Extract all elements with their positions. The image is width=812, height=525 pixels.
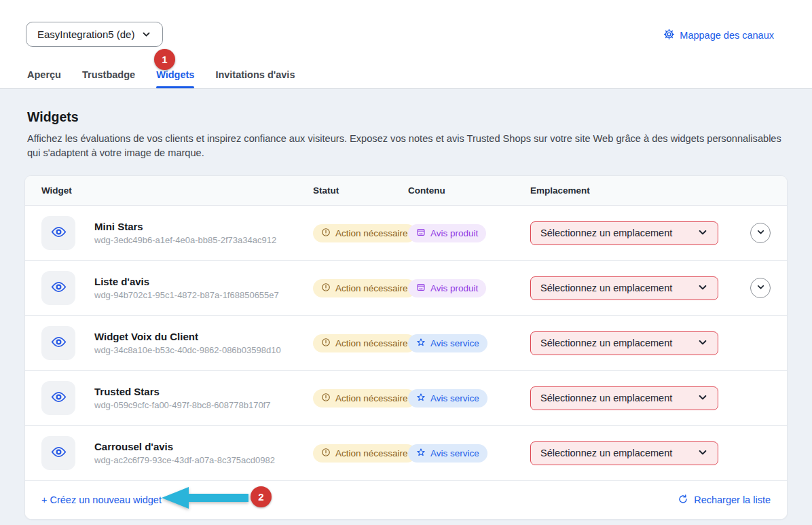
column-header-emplacement: Emplacement bbox=[530, 185, 728, 196]
alert-circle-icon bbox=[321, 448, 331, 459]
content-label: Avis service bbox=[430, 338, 479, 348]
placement-select[interactable]: Sélectionnez un emplacement bbox=[530, 386, 718, 410]
widget-name: Mini Stars bbox=[94, 221, 276, 232]
content-badge: Avis service bbox=[408, 444, 487, 463]
placement-value: Sélectionnez un emplacement bbox=[540, 448, 672, 458]
status-label: Action nécessaire bbox=[335, 393, 408, 403]
eye-icon bbox=[51, 444, 67, 463]
widget-preview-button[interactable] bbox=[41, 271, 75, 305]
status-label: Action nécessaire bbox=[335, 338, 408, 348]
table-body: Mini Stars wdg-3edc49b6-a1ef-4e0a-bb85-2… bbox=[25, 206, 787, 481]
expand-row-button[interactable] bbox=[750, 223, 771, 243]
widget-id: wdg-94b702c1-95c1-4872-b87a-1f68850655e7 bbox=[94, 290, 279, 300]
placement-value: Sélectionnez un emplacement bbox=[540, 338, 672, 348]
widget-id: wdg-34c8a10e-b53c-40dc-9862-086b03598d10 bbox=[94, 345, 281, 355]
widget-preview-button[interactable] bbox=[41, 436, 75, 470]
content-badge: Avis produit bbox=[408, 279, 486, 297]
widget-name: Widget Voix du Client bbox=[94, 331, 281, 342]
eye-icon bbox=[51, 279, 67, 297]
shop-selector-dropdown[interactable]: EasyIntegration5 (de) bbox=[26, 22, 163, 47]
tab-apercu[interactable]: Aperçu bbox=[27, 69, 61, 88]
chevron-down-icon bbox=[141, 29, 151, 39]
reload-list-label: Recharger la liste bbox=[694, 494, 771, 505]
widget-name: Liste d'avis bbox=[94, 276, 279, 287]
widget-name: Trusted Stars bbox=[94, 386, 270, 397]
widgets-table-card: Widget Statut Contenu Emplacement Mini S… bbox=[24, 175, 788, 520]
arrow-left-icon bbox=[160, 486, 250, 510]
widget-id: wdg-059c9cfc-fa00-497f-8bc8-608778b170f7 bbox=[94, 400, 270, 410]
main-content: Widgets Affichez les évaluations de vos … bbox=[0, 89, 812, 525]
placement-select[interactable]: Sélectionnez un emplacement bbox=[530, 441, 718, 465]
chevron-down-icon bbox=[697, 392, 708, 405]
chevron-down-icon bbox=[697, 282, 708, 295]
placement-select[interactable]: Sélectionnez un emplacement bbox=[530, 276, 718, 300]
placement-select[interactable]: Sélectionnez un emplacement bbox=[530, 331, 718, 355]
table-row: Mini Stars wdg-3edc49b6-a1ef-4e0a-bb85-2… bbox=[25, 206, 787, 261]
channel-mapping-link[interactable]: Mappage des canaux bbox=[663, 29, 774, 42]
table-row: Carrousel d'avis wdg-ac2c6f79-93ce-43df-… bbox=[25, 426, 787, 481]
tab-trustbadge[interactable]: Trustbadge bbox=[82, 69, 135, 88]
placement-value: Sélectionnez un emplacement bbox=[540, 393, 672, 403]
status-label: Action nécessaire bbox=[335, 228, 408, 238]
refresh-icon bbox=[678, 494, 688, 507]
product-icon bbox=[416, 228, 426, 239]
tab-widgets[interactable]: Widgets bbox=[156, 69, 194, 88]
content-label: Avis produit bbox=[430, 228, 478, 238]
tab-invitations-avis[interactable]: Invitations d'avis bbox=[215, 69, 295, 88]
annotation-step-1-badge: 1 bbox=[154, 49, 175, 70]
content-label: Avis service bbox=[430, 393, 479, 403]
product-icon bbox=[416, 283, 426, 294]
content-badge: Avis service bbox=[408, 334, 487, 352]
reload-list-link[interactable]: Recharger la liste bbox=[678, 494, 771, 507]
alert-circle-icon bbox=[321, 338, 331, 349]
gear-icon bbox=[663, 29, 675, 42]
star-icon bbox=[416, 393, 426, 404]
star-icon bbox=[416, 338, 426, 349]
status-badge: Action nécessaire bbox=[313, 279, 416, 297]
status-badge: Action nécessaire bbox=[313, 444, 416, 463]
table-footer: + Créez un nouveau widget Recharger la l… bbox=[25, 481, 787, 519]
tab-bar: Aperçu Trustbadge Widgets Invitations d'… bbox=[27, 69, 295, 88]
eye-icon bbox=[51, 389, 67, 408]
page-title: Widgets bbox=[27, 109, 79, 125]
placement-value: Sélectionnez un emplacement bbox=[540, 283, 672, 293]
placement-select[interactable]: Sélectionnez un emplacement bbox=[530, 221, 718, 245]
star-icon bbox=[416, 448, 426, 459]
create-widget-link[interactable]: + Créez un nouveau widget bbox=[41, 494, 162, 505]
annotation-step-2-badge: 2 bbox=[251, 486, 272, 507]
status-badge: Action nécessaire bbox=[313, 389, 416, 408]
table-row: Liste d'avis wdg-94b702c1-95c1-4872-b87a… bbox=[25, 261, 787, 316]
status-label: Action nécessaire bbox=[335, 283, 408, 293]
table-row: Trusted Stars wdg-059c9cfc-fa00-497f-8bc… bbox=[25, 371, 787, 426]
alert-circle-icon bbox=[321, 283, 331, 294]
channel-mapping-label: Mappage des canaux bbox=[680, 30, 774, 41]
shop-selector-value: EasyIntegration5 (de) bbox=[37, 29, 134, 40]
alert-circle-icon bbox=[321, 393, 331, 404]
column-header-statut: Statut bbox=[313, 185, 408, 196]
chevron-down-icon bbox=[697, 337, 708, 350]
widget-name: Carrousel d'avis bbox=[94, 441, 275, 452]
column-header-contenu: Contenu bbox=[408, 185, 530, 196]
table-row: Widget Voix du Client wdg-34c8a10e-b53c-… bbox=[25, 316, 787, 371]
status-badge: Action nécessaire bbox=[313, 334, 416, 352]
widget-id: wdg-ac2c6f79-93ce-43df-a07a-8c375acd0982 bbox=[94, 455, 275, 465]
widget-preview-button[interactable] bbox=[41, 326, 75, 360]
placement-value: Sélectionnez un emplacement bbox=[540, 228, 672, 238]
status-label: Action nécessaire bbox=[335, 448, 408, 458]
status-badge: Action nécessaire bbox=[313, 224, 416, 242]
eye-icon bbox=[51, 334, 67, 352]
chevron-down-icon bbox=[756, 227, 766, 240]
content-label: Avis service bbox=[430, 448, 479, 458]
widget-preview-button[interactable] bbox=[41, 216, 75, 250]
column-header-widget: Widget bbox=[41, 185, 313, 196]
widget-preview-button[interactable] bbox=[41, 381, 75, 415]
chevron-down-icon bbox=[756, 282, 766, 295]
chevron-down-icon bbox=[697, 447, 708, 460]
eye-icon bbox=[51, 224, 67, 242]
content-badge: Avis service bbox=[408, 389, 487, 408]
expand-row-button[interactable] bbox=[750, 278, 771, 298]
chevron-down-icon bbox=[697, 227, 708, 240]
content-badge: Avis produit bbox=[408, 224, 486, 242]
page-header: EasyIntegration5 (de) Mappage des canaux… bbox=[0, 0, 812, 89]
page-description: Affichez les évaluations de vos clients … bbox=[27, 132, 789, 160]
